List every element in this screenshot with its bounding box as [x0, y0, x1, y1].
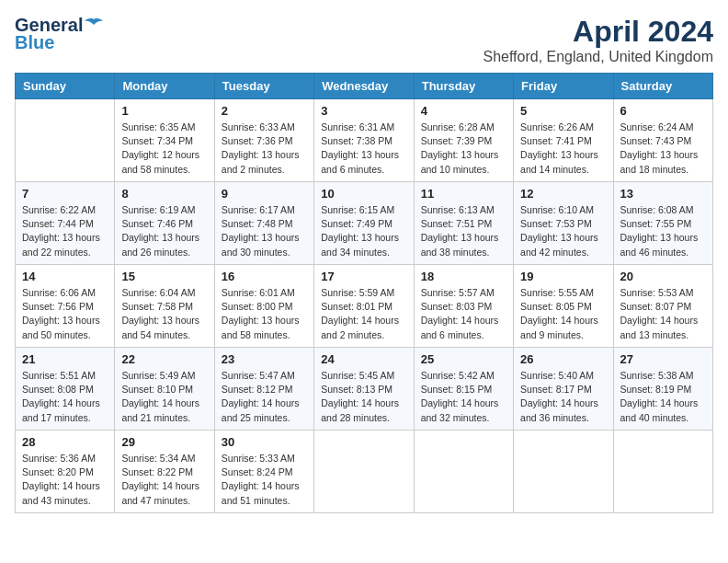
calendar-cell: 23Sunrise: 5:47 AMSunset: 8:12 PMDayligh…	[214, 348, 313, 431]
day-number: 18	[421, 270, 506, 283]
calendar-week-row: 7Sunrise: 6:22 AMSunset: 7:44 PMDaylight…	[16, 182, 713, 265]
day-number: 4	[421, 104, 506, 118]
day-info: Sunrise: 5:57 AMSunset: 8:03 PMDaylight:…	[421, 286, 506, 342]
day-info: Sunrise: 5:34 AMSunset: 8:22 PMDaylight:…	[121, 452, 207, 508]
calendar-cell: 15Sunrise: 6:04 AMSunset: 7:58 PMDayligh…	[115, 265, 214, 348]
day-info: Sunrise: 6:31 AMSunset: 7:38 PMDaylight:…	[321, 121, 406, 177]
day-number: 14	[22, 270, 108, 283]
day-number: 20	[620, 270, 706, 283]
day-info: Sunrise: 6:04 AMSunset: 7:58 PMDaylight:…	[121, 286, 207, 342]
day-info: Sunrise: 5:45 AMSunset: 8:13 PMDaylight:…	[321, 369, 406, 425]
day-info: Sunrise: 5:33 AMSunset: 8:24 PMDaylight:…	[222, 452, 307, 508]
day-number: 30	[222, 435, 307, 449]
calendar-cell: 24Sunrise: 5:45 AMSunset: 8:13 PMDayligh…	[314, 348, 414, 431]
title-area: April 2024 Shefford, England, United Kin…	[483, 15, 713, 65]
month-title: April 2024	[483, 15, 713, 49]
calendar-week-row: 28Sunrise: 5:36 AMSunset: 8:20 PMDayligh…	[16, 431, 713, 513]
day-info: Sunrise: 6:35 AMSunset: 7:34 PMDaylight:…	[121, 121, 207, 177]
calendar-cell	[16, 99, 115, 182]
calendar-cell: 3Sunrise: 6:31 AMSunset: 7:38 PMDaylight…	[314, 99, 414, 182]
day-info: Sunrise: 5:59 AMSunset: 8:01 PMDaylight:…	[321, 286, 406, 342]
day-number: 26	[520, 352, 606, 366]
day-info: Sunrise: 6:22 AMSunset: 7:44 PMDaylight:…	[22, 203, 108, 259]
logo: General Blue	[15, 15, 103, 53]
day-number: 24	[321, 352, 406, 366]
location-subtitle: Shefford, England, United Kingdom	[483, 49, 713, 65]
day-number: 1	[121, 104, 207, 118]
day-number: 6	[620, 104, 706, 118]
day-info: Sunrise: 6:28 AMSunset: 7:39 PMDaylight:…	[421, 121, 506, 177]
calendar-cell: 8Sunrise: 6:19 AMSunset: 7:46 PMDaylight…	[115, 182, 214, 265]
calendar-cell: 7Sunrise: 6:22 AMSunset: 7:44 PMDaylight…	[16, 182, 115, 265]
calendar-week-row: 14Sunrise: 6:06 AMSunset: 7:56 PMDayligh…	[16, 265, 713, 348]
day-info: Sunrise: 6:01 AMSunset: 8:00 PMDaylight:…	[222, 286, 307, 342]
day-info: Sunrise: 5:36 AMSunset: 8:20 PMDaylight:…	[22, 452, 108, 508]
calendar-cell: 20Sunrise: 5:53 AMSunset: 8:07 PMDayligh…	[613, 265, 712, 348]
day-info: Sunrise: 5:55 AMSunset: 8:05 PMDaylight:…	[520, 286, 606, 342]
weekday-header-saturday: Saturday	[613, 74, 712, 99]
calendar-cell: 25Sunrise: 5:42 AMSunset: 8:15 PMDayligh…	[414, 348, 513, 431]
day-number: 17	[321, 270, 406, 283]
calendar-cell: 6Sunrise: 6:24 AMSunset: 7:43 PMDaylight…	[613, 99, 712, 182]
day-info: Sunrise: 6:26 AMSunset: 7:41 PMDaylight:…	[520, 121, 606, 177]
day-number: 19	[520, 270, 606, 283]
day-info: Sunrise: 5:38 AMSunset: 8:19 PMDaylight:…	[620, 369, 706, 425]
calendar-cell: 9Sunrise: 6:17 AMSunset: 7:48 PMDaylight…	[214, 182, 313, 265]
calendar-cell: 26Sunrise: 5:40 AMSunset: 8:17 PMDayligh…	[514, 348, 613, 431]
calendar-cell: 14Sunrise: 6:06 AMSunset: 7:56 PMDayligh…	[16, 265, 115, 348]
day-info: Sunrise: 6:17 AMSunset: 7:48 PMDaylight:…	[222, 203, 307, 259]
calendar-cell: 18Sunrise: 5:57 AMSunset: 8:03 PMDayligh…	[414, 265, 513, 348]
day-info: Sunrise: 6:06 AMSunset: 7:56 PMDaylight:…	[22, 286, 108, 342]
day-number: 3	[321, 104, 406, 118]
day-number: 29	[121, 435, 207, 449]
calendar-cell: 29Sunrise: 5:34 AMSunset: 8:22 PMDayligh…	[115, 431, 214, 513]
day-info: Sunrise: 6:08 AMSunset: 7:55 PMDaylight:…	[620, 203, 706, 259]
day-number: 7	[22, 187, 108, 201]
day-info: Sunrise: 6:15 AMSunset: 7:49 PMDaylight:…	[321, 203, 406, 259]
day-number: 9	[222, 187, 307, 201]
day-number: 16	[222, 270, 307, 283]
day-info: Sunrise: 5:47 AMSunset: 8:12 PMDaylight:…	[222, 369, 307, 425]
logo-blue: Blue	[15, 32, 54, 53]
calendar-cell: 1Sunrise: 6:35 AMSunset: 7:34 PMDaylight…	[115, 99, 214, 182]
day-number: 12	[520, 187, 606, 201]
day-info: Sunrise: 6:10 AMSunset: 7:53 PMDaylight:…	[520, 203, 606, 259]
calendar-week-row: 21Sunrise: 5:51 AMSunset: 8:08 PMDayligh…	[16, 348, 713, 431]
day-number: 28	[22, 435, 108, 449]
day-number: 15	[121, 270, 207, 283]
logo-bird-icon	[85, 17, 103, 30]
day-number: 21	[22, 352, 108, 366]
calendar-cell: 11Sunrise: 6:13 AMSunset: 7:51 PMDayligh…	[414, 182, 513, 265]
day-number: 22	[121, 352, 207, 366]
day-info: Sunrise: 5:51 AMSunset: 8:08 PMDaylight:…	[22, 369, 108, 425]
calendar-cell: 12Sunrise: 6:10 AMSunset: 7:53 PMDayligh…	[514, 182, 613, 265]
calendar-week-row: 1Sunrise: 6:35 AMSunset: 7:34 PMDaylight…	[16, 99, 713, 182]
day-info: Sunrise: 5:40 AMSunset: 8:17 PMDaylight:…	[520, 369, 606, 425]
calendar-cell: 5Sunrise: 6:26 AMSunset: 7:41 PMDaylight…	[514, 99, 613, 182]
day-number: 25	[421, 352, 506, 366]
calendar-cell: 19Sunrise: 5:55 AMSunset: 8:05 PMDayligh…	[514, 265, 613, 348]
calendar-table: SundayMondayTuesdayWednesdayThursdayFrid…	[15, 73, 713, 513]
weekday-header-tuesday: Tuesday	[214, 74, 313, 99]
calendar-cell	[414, 431, 513, 513]
calendar-cell: 17Sunrise: 5:59 AMSunset: 8:01 PMDayligh…	[314, 265, 414, 348]
day-number: 13	[620, 187, 706, 201]
calendar-cell	[613, 431, 712, 513]
day-info: Sunrise: 5:53 AMSunset: 8:07 PMDaylight:…	[620, 286, 706, 342]
calendar-cell: 13Sunrise: 6:08 AMSunset: 7:55 PMDayligh…	[613, 182, 712, 265]
calendar-cell: 21Sunrise: 5:51 AMSunset: 8:08 PMDayligh…	[16, 348, 115, 431]
weekday-header-friday: Friday	[514, 74, 613, 99]
calendar-cell: 16Sunrise: 6:01 AMSunset: 8:00 PMDayligh…	[214, 265, 313, 348]
day-number: 2	[222, 104, 307, 118]
day-number: 23	[222, 352, 307, 366]
calendar-cell: 30Sunrise: 5:33 AMSunset: 8:24 PMDayligh…	[214, 431, 313, 513]
calendar-cell: 27Sunrise: 5:38 AMSunset: 8:19 PMDayligh…	[613, 348, 712, 431]
day-info: Sunrise: 6:33 AMSunset: 7:36 PMDaylight:…	[222, 121, 307, 177]
day-number: 27	[620, 352, 706, 366]
weekday-header-wednesday: Wednesday	[314, 74, 414, 99]
page-header: General Blue April 2024 Shefford, Englan…	[15, 15, 713, 65]
weekday-header-monday: Monday	[115, 74, 214, 99]
day-number: 8	[121, 187, 207, 201]
calendar-cell: 10Sunrise: 6:15 AMSunset: 7:49 PMDayligh…	[314, 182, 414, 265]
day-info: Sunrise: 6:13 AMSunset: 7:51 PMDaylight:…	[421, 203, 506, 259]
